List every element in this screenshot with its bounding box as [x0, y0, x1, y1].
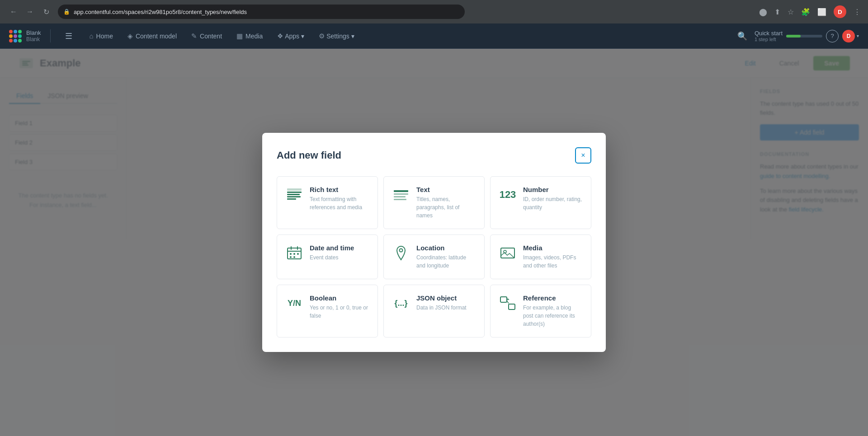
nav-home[interactable]: ⌂ Home [83, 28, 119, 43]
field-type-text[interactable]: Text Titles, names, paragraphs, list of … [383, 176, 485, 229]
nav-content-model[interactable]: ◈ Content model [121, 28, 183, 44]
number-icon: 123 [499, 186, 517, 204]
nav-content-model-label: Content model [136, 33, 177, 40]
media-desc: Images, videos, PDFs and other files [523, 253, 583, 270]
bookmark-icon[interactable]: ☆ [788, 8, 794, 16]
field-type-rich-text[interactable]: Rich text Text formatting with reference… [277, 176, 378, 229]
svg-point-15 [293, 253, 295, 255]
top-navbar: Blank Blank ☰ ⌂ Home ◈ Content model ✎ C… [0, 23, 868, 49]
menu-icon[interactable]: ⋮ [854, 8, 861, 16]
field-type-reference[interactable]: Reference For example, a blog post can r… [490, 285, 591, 338]
user-avatar[interactable]: D [842, 30, 855, 42]
nav-media-label: Media [245, 33, 263, 40]
nav-media[interactable]: ▦ Media [230, 28, 269, 44]
browser-nav-buttons: ← → ↻ [7, 5, 52, 18]
field-type-number[interactable]: 123 Number ID, order number, rating, qua… [490, 176, 591, 229]
svg-rect-22 [500, 297, 507, 302]
media-name: Media [523, 244, 583, 252]
json-info: JSON object Data in JSON format [416, 294, 476, 312]
number-info: Number ID, order number, rating, quantit… [523, 186, 583, 211]
nav-settings[interactable]: ⚙ Settings ▾ [312, 28, 361, 44]
nav-content-label: Content [200, 33, 222, 40]
hamburger-menu[interactable]: ☰ [65, 31, 72, 41]
modal-overlay[interactable]: Add new field × [0, 49, 868, 436]
reference-desc: For example, a blog post can reference i… [523, 304, 583, 328]
svg-rect-4 [287, 196, 301, 197]
number-desc: ID, order number, rating, quantity [523, 195, 583, 211]
help-button[interactable]: ? [826, 30, 839, 42]
location-info: Location Coordinates: latitude and longi… [416, 244, 476, 270]
field-type-boolean[interactable]: Y/N Boolean Yes or no, 1 or 0, true or f… [277, 285, 378, 338]
number-name: Number [523, 186, 583, 193]
window-icon[interactable]: ⬜ [817, 8, 826, 16]
field-type-date[interactable]: Date and time Event dates [277, 234, 378, 279]
media-info: Media Images, videos, PDFs and other fil… [523, 244, 583, 270]
forward-button[interactable]: → [24, 5, 36, 18]
nav-apps[interactable]: ❖ Apps ▾ [271, 28, 311, 44]
quick-start-section: Quick start 1 step left [755, 30, 822, 42]
svg-rect-7 [394, 193, 408, 195]
address-bar[interactable]: 🔒 app.contentful.com/spaces/ri2w981po5r8… [58, 5, 465, 19]
quick-start-sub: 1 step left [755, 37, 783, 42]
json-icon: {...} [392, 294, 410, 312]
share-icon[interactable]: ⬆ [774, 8, 780, 16]
svg-rect-2 [287, 192, 302, 193]
svg-rect-1 [287, 188, 302, 191]
svg-point-14 [290, 253, 292, 255]
reference-icon [499, 294, 517, 312]
modal-close-button[interactable]: × [575, 147, 591, 164]
rich-text-info: Rich text Text formatting with reference… [310, 186, 369, 211]
nav-content[interactable]: ✎ Content [185, 28, 228, 44]
dot-9 [18, 39, 22, 42]
browser-chrome: ← → ↻ 🔒 app.contentful.com/spaces/ri2w98… [0, 0, 868, 23]
date-desc: Event dates [310, 253, 369, 262]
home-icon: ⌂ [90, 32, 94, 40]
svg-point-18 [293, 256, 295, 258]
reference-info: Reference For example, a blog post can r… [523, 294, 583, 328]
lock-icon: 🔒 [63, 9, 70, 15]
brand-name: Blank [26, 29, 41, 37]
field-type-location[interactable]: Location Coordinates: latitude and longi… [383, 234, 485, 279]
brand-sub: Blank [26, 36, 41, 42]
svg-rect-3 [287, 194, 300, 195]
text-desc: Titles, names, paragraphs, list of names [416, 195, 476, 220]
brand-text: Blank Blank [26, 29, 41, 43]
extension-icon[interactable]: 🧩 [801, 8, 810, 16]
url-text: app.contentful.com/spaces/ri2w981po5r8/c… [74, 9, 459, 15]
field-type-json[interactable]: {...} JSON object Data in JSON format [383, 285, 485, 338]
field-type-media[interactable]: Media Images, videos, PDFs and other fil… [490, 234, 591, 279]
content-icon: ✎ [191, 32, 197, 40]
rich-text-desc: Text formatting with references and medi… [310, 195, 369, 211]
brand-section: Blank Blank [9, 29, 51, 43]
settings-icon: ⚙ [319, 32, 325, 40]
app-wrapper: Blank Blank ☰ ⌂ Home ◈ Content model ✎ C… [0, 23, 868, 436]
apps-dropdown-icon: ▾ [301, 33, 304, 40]
dot-6 [18, 34, 22, 38]
svg-rect-5 [287, 198, 296, 200]
apps-icon: ❖ [277, 32, 283, 40]
progress-bar-fill [786, 35, 801, 38]
dot-5 [14, 34, 17, 38]
media-icon-type [499, 244, 517, 262]
reload-button[interactable]: ↻ [40, 5, 52, 18]
date-info: Date and time Event dates [310, 244, 369, 262]
chrome-icon: ⬤ [759, 8, 767, 16]
dot-8 [14, 39, 17, 42]
quick-start-text: Quick start 1 step left [755, 30, 783, 42]
progress-bar-wrapper [786, 35, 822, 38]
dot-4 [9, 34, 13, 38]
json-name: JSON object [416, 294, 476, 302]
brand-grid-icon [9, 30, 22, 42]
svg-rect-23 [509, 304, 515, 309]
content-model-icon: ◈ [127, 32, 133, 40]
search-icon[interactable]: 🔍 [734, 28, 751, 45]
user-profile-section: D ▾ [842, 30, 859, 42]
nav-settings-label: Settings [326, 33, 349, 40]
svg-point-17 [290, 256, 292, 258]
dot-2 [14, 30, 17, 33]
back-button[interactable]: ← [7, 5, 20, 18]
browser-profile[interactable]: D [834, 5, 846, 18]
nav-apps-label: Apps [285, 33, 299, 40]
location-desc: Coordinates: latitude and longitude [416, 253, 476, 270]
location-name: Location [416, 244, 476, 252]
